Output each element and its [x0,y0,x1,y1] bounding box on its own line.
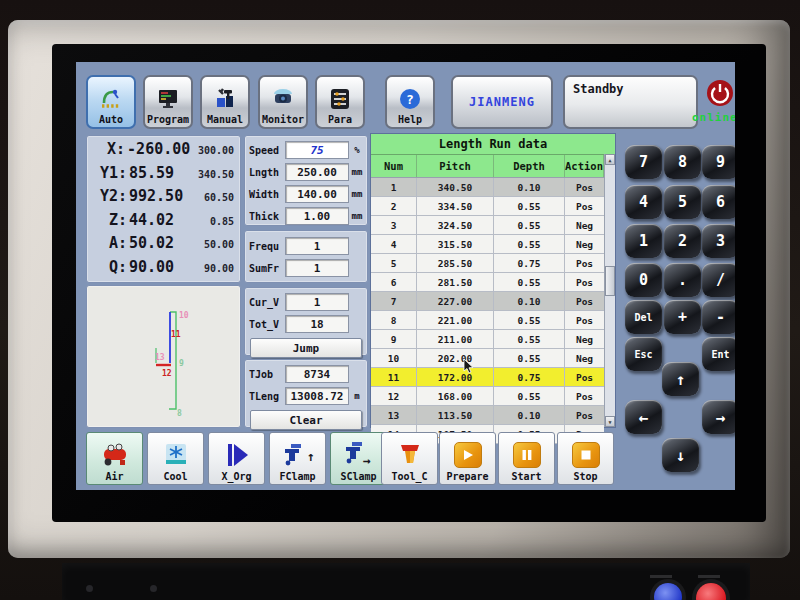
table-row[interactable]: 13113.500.10Pos [371,406,604,425]
button-fclamp[interactable]: ↑ FClamp [269,432,326,485]
num-cell: 6 [371,273,417,291]
col-pitch: Pitch [417,155,494,177]
num-cell: 9 [371,330,417,348]
tab-auto[interactable]: Auto [86,75,136,129]
curv-input[interactable]: 1 [285,293,349,311]
action-cell: Pos [565,406,604,424]
ent-key[interactable]: Ent [702,337,735,371]
touchscreen-ui: Auto Program [76,62,735,490]
key-8[interactable]: 8 [664,145,701,179]
col-action: Action [565,155,604,177]
table-row[interactable]: 4315.500.55Neg [371,235,604,254]
tjob-label: TJob [249,369,285,380]
view-panel: Cur_V 1 Tot_V 18 Jump [244,287,368,356]
key-1[interactable]: 1 [625,224,662,258]
jump-button[interactable]: Jump [250,338,362,358]
table-row[interactable]: 12168.000.55Pos [371,387,604,406]
arrow-left-key[interactable]: ← [625,400,662,434]
action-cell: Pos [565,178,604,196]
frequ-input[interactable]: 1 [285,237,349,255]
power-icon[interactable] [705,78,735,108]
monitor-bezel: Auto Program [8,20,790,558]
totv-input[interactable]: 18 [285,315,349,333]
coord-row-z: Z: 44.02 0.85 [89,211,234,235]
pitch-cell: 172.00 [417,368,494,386]
tab-help[interactable]: ? Help [385,75,435,129]
button-xorg[interactable]: X_Org [208,432,265,485]
key-7[interactable]: 7 [625,145,662,179]
esc-key[interactable]: Esc [625,337,662,371]
button-toolc[interactable]: Tool_C [381,432,438,485]
sumfr-label: SumFr [249,263,285,274]
speed-input[interactable]: 75 [285,141,349,159]
width-input[interactable]: 140.00 [285,185,349,203]
console-blue-button[interactable] [654,583,682,600]
plus-key[interactable]: + [664,300,701,334]
tab-program[interactable]: Program [143,75,193,129]
axis-value: 992.50 [127,187,188,205]
decimal-key[interactable]: . [664,263,701,297]
table-row[interactable]: 6281.500.55Pos [371,273,604,292]
segment-label: 10 [179,311,189,320]
slash-key[interactable]: / [702,263,735,297]
tab-manual[interactable]: Manual [200,75,250,129]
scroll-thumb[interactable] [605,266,615,296]
clear-button[interactable]: Clear [250,410,362,430]
pause-icon [513,439,541,471]
table-row[interactable]: 3324.500.55Neg [371,216,604,235]
button-cool-label: Cool [163,471,187,482]
button-start[interactable]: Start [498,432,555,485]
button-air[interactable]: Air [86,432,143,485]
thick-input[interactable]: 1.00 [285,207,349,225]
key-9[interactable]: 9 [702,145,735,179]
table-row[interactable]: 11172.000.75Pos [371,368,604,387]
scroll-up-icon[interactable]: ▲ [605,154,615,165]
button-air-label: Air [105,471,123,482]
table-row[interactable]: 10202.000.55Neg [371,349,604,368]
button-sclamp[interactable]: → SClamp [330,432,387,485]
coordinates-panel: X: -260.00 300.00 Y1: 85.59 340.50 Y2: 9… [86,135,241,283]
depth-cell: 0.55 [494,311,565,329]
table-header: Num Pitch Depth Action [371,155,604,178]
key-0[interactable]: 0 [625,263,662,297]
key-2[interactable]: 2 [664,224,701,258]
table-row[interactable]: 5285.500.75Pos [371,254,604,273]
curv-label: Cur_V [249,297,285,308]
table-row[interactable]: 7227.000.10Pos [371,292,604,311]
key-3[interactable]: 3 [702,224,735,258]
key-4[interactable]: 4 [625,185,662,219]
tab-para[interactable]: Para [315,75,365,129]
button-stop[interactable]: Stop [557,432,614,485]
sumfr-input[interactable]: 1 [285,259,349,277]
arrow-up-key[interactable]: ↑ [662,362,699,396]
key-6[interactable]: 6 [702,185,735,219]
table-row[interactable]: 1340.500.10Pos [371,178,604,197]
table-row[interactable]: 9211.000.55Neg [371,330,604,349]
tab-monitor-label: Monitor [262,114,304,125]
console-red-button[interactable] [696,583,726,600]
table-row[interactable]: 2334.500.55Pos [371,197,604,216]
table-row[interactable]: 8221.000.55Pos [371,311,604,330]
question-icon: ? [397,84,423,114]
length-input[interactable]: 250.00 [285,163,349,181]
totv-row: Tot_V 18 [245,313,367,335]
brand-button[interactable]: JIANMENG [451,75,553,129]
depth-cell: 0.55 [494,330,565,348]
minus-key[interactable]: - [702,300,735,334]
del-key[interactable]: Del [625,300,662,334]
button-prepare[interactable]: Prepare [439,432,496,485]
table-scrollbar[interactable]: ▲ ▼ [604,154,615,427]
tab-auto-label: Auto [99,114,123,125]
num-cell: 2 [371,197,417,215]
tab-monitor[interactable]: Monitor [258,75,308,129]
tab-manual-label: Manual [207,114,243,125]
arrow-down-key[interactable]: ↓ [662,438,699,472]
button-start-label: Start [511,471,541,482]
button-prepare-label: Prepare [446,471,488,482]
arrow-right-key[interactable]: → [702,400,735,434]
key-5[interactable]: 5 [664,185,701,219]
scroll-down-icon[interactable]: ▼ [605,416,615,427]
mouse-cursor [463,358,475,379]
button-cool[interactable]: Cool [147,432,204,485]
segment-label: 13 [155,353,165,362]
